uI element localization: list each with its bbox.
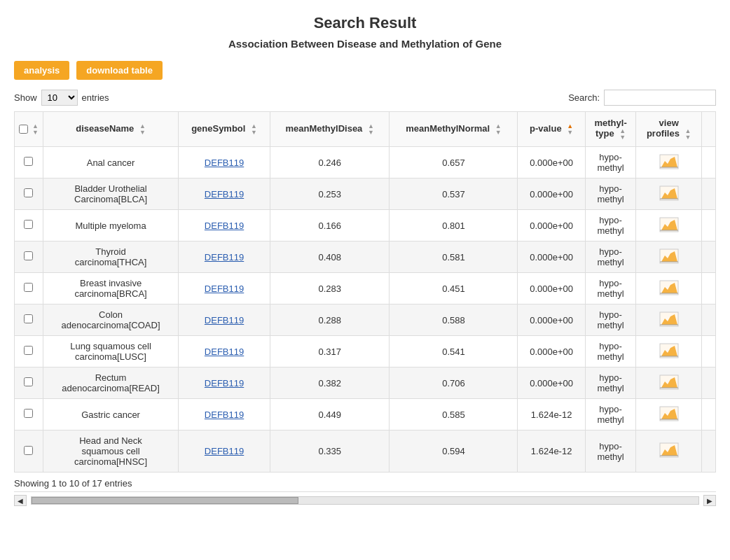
cell-methyl-type: hypo- methyl — [585, 210, 635, 241]
scroll-left-button[interactable]: ◀ — [14, 495, 27, 506]
cell-methyl-type: hypo- methyl — [585, 241, 635, 273]
table-row: Bladder Urothelial Carcinoma[BLCA]DEFB11… — [15, 178, 716, 210]
cell-methyl-type: hypo- methyl — [585, 147, 635, 178]
cell-view-profiles[interactable] — [636, 241, 702, 273]
table-header-row: ▲▼ diseaseName ▲▼ geneSymbol ▲▼ meanMeth… — [15, 112, 716, 147]
cell-view-profiles[interactable] — [636, 336, 702, 368]
gene-symbol-link[interactable]: DEFB119 — [205, 158, 244, 168]
cell-gene-symbol: DEFB119 — [179, 210, 270, 241]
cell-mean-methyl-normal: 0.801 — [390, 210, 518, 241]
cell-mean-methyl-disease: 0.166 — [270, 210, 390, 241]
chart-icon — [659, 343, 679, 358]
cell-view-profiles[interactable] — [636, 273, 702, 304]
page-title: Search Result — [14, 14, 716, 32]
row-checkbox[interactable] — [24, 188, 33, 197]
table-row: Head and Neck squamous cell carcinoma[HN… — [15, 430, 716, 472]
header-disease-name[interactable]: diseaseName ▲▼ — [43, 112, 178, 147]
row-checkbox[interactable] — [24, 220, 33, 229]
chart-icon — [659, 406, 679, 421]
cell-extra — [702, 178, 716, 210]
header-view-profiles[interactable]: viewprofiles ▲▼ — [636, 112, 702, 147]
row-checkbox[interactable] — [24, 377, 33, 386]
gene-symbol-link[interactable]: DEFB119 — [205, 346, 244, 357]
gene-symbol-link[interactable]: DEFB119 — [205, 284, 244, 294]
header-methyl-type[interactable]: methyl-type ▲▼ — [585, 112, 635, 147]
download-table-button[interactable]: download table — [76, 61, 163, 80]
search-box: Search: — [568, 90, 716, 106]
cell-gene-symbol: DEFB119 — [179, 399, 270, 430]
chart-icon — [659, 442, 679, 458]
cell-mean-methyl-disease: 0.283 — [270, 273, 390, 304]
cell-extra — [702, 430, 716, 472]
cell-pvalue: 0.000e+00 — [518, 273, 585, 304]
cell-mean-methyl-disease: 0.382 — [270, 368, 390, 399]
gene-symbol-link[interactable]: DEFB119 — [205, 410, 244, 420]
cell-mean-methyl-normal: 0.585 — [390, 399, 518, 430]
header-mean-methyl-disease[interactable]: meanMethylDisea ▲▼ — [270, 112, 390, 147]
row-checkbox[interactable] — [24, 314, 33, 323]
cell-gene-symbol: DEFB119 — [179, 304, 270, 336]
row-checkbox[interactable] — [24, 157, 33, 166]
header-pvalue[interactable]: p-value ▲▼ — [518, 112, 585, 147]
search-input[interactable] — [604, 90, 716, 106]
cell-view-profiles[interactable] — [636, 368, 702, 399]
row-checkbox[interactable] — [24, 446, 33, 455]
cell-view-profiles[interactable] — [636, 210, 702, 241]
cell-disease-name: Anal cancer — [43, 147, 178, 178]
cell-extra — [702, 368, 716, 399]
cell-gene-symbol: DEFB119 — [179, 430, 270, 472]
cell-gene-symbol: DEFB119 — [179, 273, 270, 304]
chart-icon — [659, 154, 679, 169]
cell-mean-methyl-normal: 0.594 — [390, 430, 518, 472]
gene-symbol-link[interactable]: DEFB119 — [205, 378, 244, 388]
cell-methyl-type: hypo- methyl — [585, 178, 635, 210]
cell-extra — [702, 304, 716, 336]
cell-disease-name: Multiple myeloma — [43, 210, 178, 241]
cell-view-profiles[interactable] — [636, 430, 702, 472]
row-checkbox[interactable] — [24, 346, 33, 355]
header-mean-methyl-normal[interactable]: meanMethylNormal ▲▼ — [390, 112, 518, 147]
table-footer: Showing 1 to 10 of 17 entries — [14, 478, 716, 489]
cell-mean-methyl-normal: 0.706 — [390, 368, 518, 399]
cell-gene-symbol: DEFB119 — [179, 336, 270, 368]
cell-mean-methyl-normal: 0.451 — [390, 273, 518, 304]
cell-pvalue: 0.000e+00 — [518, 178, 585, 210]
scroll-right-button[interactable]: ▶ — [703, 495, 716, 506]
cell-view-profiles[interactable] — [636, 147, 702, 178]
chart-icon — [659, 374, 679, 390]
header-gene-symbol[interactable]: geneSymbol ▲▼ — [179, 112, 270, 147]
gene-symbol-link[interactable]: DEFB119 — [205, 446, 244, 456]
select-all-checkbox[interactable] — [19, 125, 28, 134]
results-table: ▲▼ diseaseName ▲▼ geneSymbol ▲▼ meanMeth… — [14, 111, 716, 472]
gene-symbol-link[interactable]: DEFB119 — [205, 189, 244, 200]
cell-methyl-type: hypo- methyl — [585, 368, 635, 399]
cell-pvalue: 0.000e+00 — [518, 304, 585, 336]
chart-icon — [659, 312, 679, 327]
row-checkbox[interactable] — [24, 409, 33, 418]
table-row: Colon adenocarcinoma[COAD]DEFB1190.2880.… — [15, 304, 716, 336]
row-checkbox[interactable] — [24, 283, 33, 292]
gene-symbol-link[interactable]: DEFB119 — [205, 220, 244, 231]
entries-select[interactable]: 10 25 50 100 — [41, 90, 78, 106]
cell-mean-methyl-disease: 0.449 — [270, 399, 390, 430]
cell-mean-methyl-disease: 0.288 — [270, 304, 390, 336]
gene-symbol-link[interactable]: DEFB119 — [205, 252, 244, 262]
header-sort-icons: ▲▼ — [32, 123, 39, 136]
cell-mean-methyl-disease: 0.317 — [270, 336, 390, 368]
header-checkbox-cell: ▲▼ — [15, 112, 43, 147]
cell-extra — [702, 210, 716, 241]
analysis-button[interactable]: analysis — [14, 61, 69, 80]
cell-view-profiles[interactable] — [636, 178, 702, 210]
cell-view-profiles[interactable] — [636, 399, 702, 430]
table-row: Gastric cancerDEFB1190.4490.5851.624e-12… — [15, 399, 716, 430]
cell-view-profiles[interactable] — [636, 304, 702, 336]
scroll-track[interactable] — [31, 496, 699, 505]
table-row: Anal cancerDEFB1190.2460.6570.000e+00hyp… — [15, 147, 716, 178]
gene-symbol-link[interactable]: DEFB119 — [205, 315, 244, 326]
cell-extra — [702, 147, 716, 178]
cell-gene-symbol: DEFB119 — [179, 368, 270, 399]
cell-mean-methyl-disease: 0.246 — [270, 147, 390, 178]
cell-pvalue: 0.000e+00 — [518, 336, 585, 368]
cell-extra — [702, 336, 716, 368]
row-checkbox[interactable] — [24, 251, 33, 260]
